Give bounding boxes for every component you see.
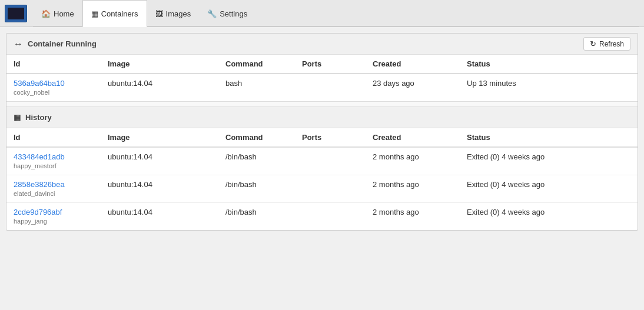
container-name: cocky_nobel bbox=[14, 89, 49, 96]
cell-ports bbox=[295, 203, 366, 231]
nav-tabs: 🏠 Home ▦ Containers 🖼 Images 🔧 Settings bbox=[33, 0, 639, 26]
refresh-icon: ↻ bbox=[590, 39, 596, 48]
hist-col-header-created: Created bbox=[366, 128, 460, 147]
cell-command: /bin/bash bbox=[218, 147, 295, 175]
refresh-button[interactable]: ↻ Refresh bbox=[583, 37, 630, 51]
section-divider bbox=[6, 101, 638, 107]
running-section-title: ↔ Container Running bbox=[14, 39, 97, 49]
container-id-link[interactable]: 536a9a64ba10 bbox=[14, 79, 94, 88]
cell-created: 2 months ago bbox=[366, 175, 460, 203]
cell-created: 23 days ago bbox=[366, 74, 460, 101]
tab-settings-label: Settings bbox=[220, 9, 247, 18]
table-row: 2cde9d796abf happy_jang ubuntu:14.04 /bi… bbox=[6, 203, 638, 231]
cell-status: Up 13 minutes bbox=[460, 74, 638, 101]
col-header-command: Command bbox=[218, 55, 295, 74]
cell-created: 2 months ago bbox=[366, 203, 460, 231]
tab-images[interactable]: 🖼 Images bbox=[147, 0, 200, 27]
tab-settings[interactable]: 🔧 Settings bbox=[199, 0, 255, 27]
cell-id: 2cde9d796abf happy_jang bbox=[6, 203, 101, 231]
cell-image: ubuntu:14.04 bbox=[101, 147, 218, 175]
hist-col-header-command: Command bbox=[218, 128, 295, 147]
hist-col-header-id: Id bbox=[6, 128, 101, 147]
cell-status: Exited (0) 4 weeks ago bbox=[460, 175, 638, 203]
cell-ports bbox=[295, 74, 366, 101]
tab-containers-label: Containers bbox=[101, 9, 138, 18]
cell-id: 2858e3826bea elated_davinci bbox=[6, 175, 101, 203]
running-icon: ↔ bbox=[14, 39, 23, 49]
container-id-link[interactable]: 2858e3826bea bbox=[14, 180, 94, 189]
running-table-header: Id Image Command Ports Created Status bbox=[6, 55, 638, 74]
refresh-label: Refresh bbox=[599, 40, 624, 48]
history-section-header: ▦ History bbox=[6, 107, 638, 128]
top-navigation: 🏠 Home ▦ Containers 🖼 Images 🔧 Settings bbox=[0, 0, 644, 27]
col-header-ports: Ports bbox=[295, 55, 366, 74]
col-header-image: Image bbox=[101, 55, 218, 74]
hist-col-header-image: Image bbox=[101, 128, 218, 147]
container-name: happy_jang bbox=[14, 218, 47, 225]
cell-command: /bin/bash bbox=[218, 175, 295, 203]
cell-ports bbox=[295, 147, 366, 175]
cell-created: 2 months ago bbox=[366, 147, 460, 175]
col-header-created: Created bbox=[366, 55, 460, 74]
cell-command: /bin/bash bbox=[218, 203, 295, 231]
cell-image: ubuntu:14.04 bbox=[101, 203, 218, 231]
container-id-link[interactable]: 433484ed1adb bbox=[14, 152, 94, 161]
cell-status: Exited (0) 4 weeks ago bbox=[460, 203, 638, 231]
cell-ports bbox=[295, 175, 366, 203]
history-icon: ▦ bbox=[14, 113, 21, 122]
table-row: 433484ed1adb happy_mestorf ubuntu:14.04 … bbox=[6, 147, 638, 175]
history-table: Id Image Command Ports Created Status 43… bbox=[6, 128, 638, 230]
table-row: 2858e3826bea elated_davinci ubuntu:14.04… bbox=[6, 175, 638, 203]
home-icon: 🏠 bbox=[41, 9, 51, 18]
tab-home-label: Home bbox=[54, 9, 74, 18]
tab-images-label: Images bbox=[166, 9, 191, 18]
container-id-link[interactable]: 2cde9d796abf bbox=[14, 208, 94, 216]
hist-col-header-ports: Ports bbox=[295, 128, 366, 147]
images-icon: 🖼 bbox=[155, 9, 163, 18]
container-name: elated_davinci bbox=[14, 190, 55, 197]
container-name: happy_mestorf bbox=[14, 162, 57, 169]
running-title-text: Container Running bbox=[28, 39, 97, 48]
col-header-status: Status bbox=[460, 55, 638, 74]
running-table: Id Image Command Ports Created Status 53… bbox=[6, 55, 638, 101]
containers-icon: ▦ bbox=[91, 9, 98, 18]
history-title-text: History bbox=[25, 113, 52, 122]
table-row: 536a9a64ba10 cocky_nobel ubuntu:14.04 ba… bbox=[6, 74, 638, 101]
cell-id: 433484ed1adb happy_mestorf bbox=[6, 147, 101, 175]
cell-status: Exited (0) 4 weeks ago bbox=[460, 147, 638, 175]
running-section-header: ↔ Container Running ↻ Refresh bbox=[6, 34, 638, 55]
tab-containers[interactable]: ▦ Containers bbox=[82, 0, 147, 27]
settings-icon: 🔧 bbox=[207, 9, 217, 18]
main-content: ↔ Container Running ↻ Refresh Id Image C… bbox=[6, 33, 638, 231]
tab-home[interactable]: 🏠 Home bbox=[33, 0, 82, 27]
hist-col-header-status: Status bbox=[460, 128, 638, 147]
app-logo bbox=[5, 5, 31, 22]
cell-command: bash bbox=[218, 74, 295, 101]
history-section-title: ▦ History bbox=[14, 113, 52, 122]
history-table-header: Id Image Command Ports Created Status bbox=[6, 128, 638, 147]
cell-image: ubuntu:14.04 bbox=[101, 74, 218, 101]
cell-image: ubuntu:14.04 bbox=[101, 175, 218, 203]
col-header-id: Id bbox=[6, 55, 101, 74]
cell-id: 536a9a64ba10 cocky_nobel bbox=[6, 74, 101, 101]
